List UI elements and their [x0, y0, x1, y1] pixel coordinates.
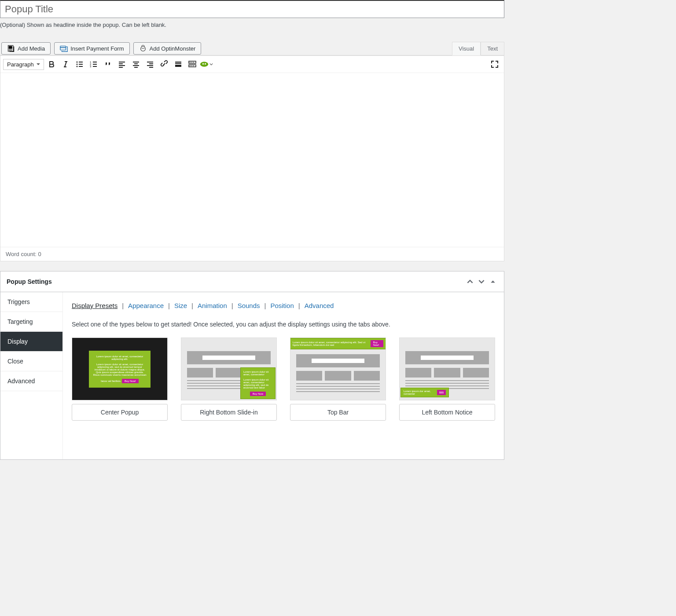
settings-side-tabs: Triggers Targeting Display Close Advance… [0, 292, 63, 459]
add-media-label: Add Media [18, 45, 45, 52]
svg-point-3 [140, 47, 145, 51]
subtab-advanced[interactable]: Advanced [305, 302, 334, 309]
svg-point-7 [76, 64, 77, 65]
sidebar-item-advanced[interactable]: Advanced [0, 371, 62, 391]
settings-content: Display Presets | Appearance | Size | An… [63, 292, 504, 459]
svg-point-17 [205, 63, 206, 65]
svg-rect-12 [175, 65, 181, 67]
sidebar-item-display[interactable]: Display [0, 332, 62, 352]
insert-payment-button[interactable]: Insert Payment Form [54, 42, 129, 55]
kitchen-sink-button[interactable] [186, 58, 199, 71]
align-center-button[interactable] [129, 58, 143, 71]
link-button[interactable] [158, 58, 171, 71]
sidebar-item-triggers[interactable]: Triggers [0, 292, 62, 312]
svg-point-8 [76, 66, 77, 67]
svg-point-15 [200, 62, 208, 67]
tab-visual[interactable]: Visual [452, 42, 481, 55]
editor-textarea[interactable] [0, 73, 504, 246]
panel-up-icon[interactable] [465, 277, 475, 286]
svg-point-16 [202, 63, 204, 65]
align-left-button[interactable] [115, 58, 129, 71]
display-subtabs: Display Presets | Appearance | Size | An… [72, 302, 495, 309]
align-right-button[interactable] [143, 58, 157, 71]
svg-point-0 [11, 47, 12, 48]
fullscreen-button[interactable] [488, 58, 501, 71]
eye-icon [200, 61, 209, 68]
svg-point-4 [142, 48, 143, 49]
bold-button[interactable] [45, 58, 58, 71]
format-select[interactable]: Paragraph [3, 59, 44, 70]
insert-payment-label: Insert Payment Form [70, 45, 124, 52]
subtab-sounds[interactable]: Sounds [238, 302, 260, 309]
subtab-position[interactable]: Position [270, 302, 294, 309]
read-more-button[interactable] [172, 58, 185, 71]
add-optinmonster-label: Add OptinMonster [150, 45, 196, 52]
italic-button[interactable] [59, 58, 72, 71]
preset-label: Right Bottom Slide-in [181, 404, 277, 421]
svg-point-5 [143, 48, 144, 49]
popup-title-input[interactable] [0, 0, 504, 18]
editor-toolbar: Paragraph 123 [0, 56, 504, 73]
payment-form-icon [60, 44, 68, 52]
panel-header: Popup Settings [0, 271, 504, 292]
sidebar-item-close[interactable]: Close [0, 352, 62, 371]
preset-label: Center Popup [72, 404, 168, 421]
svg-text:3: 3 [90, 65, 92, 68]
preset-center-popup[interactable]: Lorem ipsum dolor sit amet, consectetur … [72, 337, 168, 421]
panel-collapse-icon[interactable] [488, 277, 498, 286]
subtab-animation[interactable]: Animation [198, 302, 227, 309]
media-icon [7, 44, 15, 52]
preset-right-bottom-slidein[interactable]: Lorem ipsum dolor sit amet, consectetur … [181, 337, 277, 421]
preset-top-bar[interactable]: Lorem ipsum dolor sit amet, consectetur … [290, 337, 386, 421]
panel-down-icon[interactable] [477, 277, 486, 286]
blockquote-button[interactable] [101, 58, 114, 71]
numbered-list-button[interactable]: 123 [87, 58, 100, 71]
presets-help-text: Select one of the types below to get sta… [72, 321, 495, 328]
bullet-list-button[interactable] [73, 58, 86, 71]
subtab-size[interactable]: Size [174, 302, 187, 309]
optinmonster-icon [139, 44, 147, 52]
subtab-appearance[interactable]: Appearance [128, 302, 164, 309]
word-count-label: Word count: [6, 251, 38, 257]
preset-grid: Lorem ipsum dolor sit amet, consectetur … [72, 337, 495, 421]
panel-title: Popup Settings [7, 278, 463, 285]
preset-label: Top Bar [290, 404, 386, 421]
preset-cta: $$$ [437, 390, 446, 395]
preset-label: Left Bottom Notice [399, 404, 495, 421]
preset-left-bottom-notice[interactable]: Lorem ipsum dor amet, consecter $$$ Left… [399, 337, 495, 421]
word-count: 0 [38, 251, 41, 257]
plugin-button[interactable] [200, 58, 213, 71]
preset-cta: Buy Now! [371, 340, 383, 347]
sidebar-item-targeting[interactable]: Targeting [0, 312, 62, 332]
editor: Paragraph 123 Word count: 0 [0, 55, 504, 261]
add-optinmonster-button[interactable]: Add OptinMonster [133, 42, 202, 55]
popup-title-hint: (Optional) Shown as headline inside the … [0, 18, 504, 30]
popup-settings-panel: Popup Settings Triggers Targeting Displa… [0, 271, 504, 460]
svg-point-6 [76, 62, 77, 63]
editor-footer: Word count: 0 [0, 247, 504, 261]
svg-rect-2 [60, 47, 66, 48]
preset-cta: Buy Now! [122, 379, 139, 383]
preset-cta: Buy Now [250, 392, 266, 396]
add-media-button[interactable]: Add Media [1, 42, 51, 55]
subtab-display-presets[interactable]: Display Presets [72, 302, 118, 309]
tab-text[interactable]: Text [481, 42, 504, 55]
